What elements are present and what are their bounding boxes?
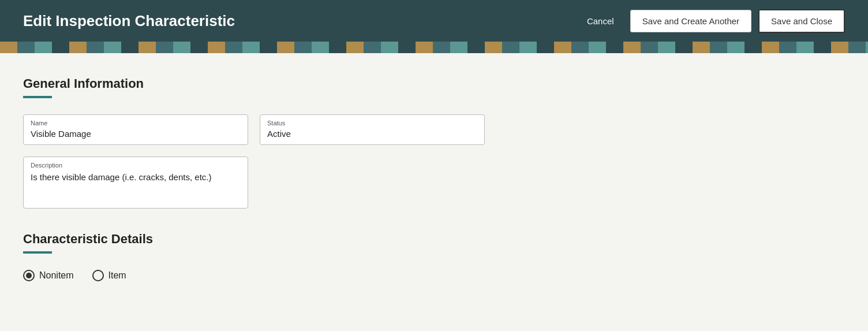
- characteristic-details-section: Characteristic Details Nonitem Item: [23, 232, 845, 281]
- radio-nonitem-inner: [26, 273, 32, 278]
- form-row-name-status: Name Visible Damage Status Active: [23, 114, 845, 145]
- radio-item-outer: [92, 270, 104, 281]
- description-label: Description: [31, 162, 241, 169]
- decorative-banner: [0, 42, 868, 53]
- general-information-section: General Information Name Visible Damage …: [23, 76, 845, 209]
- description-value: Is there visible damage (i.e. cracks, de…: [31, 171, 241, 184]
- name-field[interactable]: Name Visible Damage: [23, 114, 248, 145]
- radio-item-label: Item: [108, 270, 126, 281]
- description-field[interactable]: Description Is there visible damage (i.e…: [23, 157, 248, 209]
- page-header: Edit Inspection Characteristic Cancel Sa…: [0, 0, 868, 42]
- name-label: Name: [31, 120, 241, 127]
- main-content: General Information Name Visible Damage …: [0, 53, 868, 304]
- radio-nonitem-label: Nonitem: [39, 270, 74, 281]
- section-divider: [23, 96, 52, 98]
- header-actions: Cancel Save and Create Another Save and …: [578, 9, 845, 33]
- general-information-title: General Information: [23, 76, 845, 91]
- status-label: Status: [267, 120, 477, 127]
- status-value: Active: [267, 129, 477, 139]
- characteristic-details-title: Characteristic Details: [23, 232, 845, 247]
- banner-pattern: [0, 42, 868, 53]
- form-row-description: Description Is there visible damage (i.e…: [23, 157, 845, 209]
- page-title: Edit Inspection Characteristic: [23, 12, 235, 30]
- radio-group: Nonitem Item: [23, 270, 845, 281]
- save-close-button[interactable]: Save and Close: [758, 9, 845, 33]
- status-field[interactable]: Status Active: [260, 114, 485, 145]
- radio-nonitem-outer: [23, 270, 35, 281]
- save-create-another-button[interactable]: Save and Create Another: [630, 10, 751, 32]
- name-value: Visible Damage: [31, 129, 241, 139]
- radio-item[interactable]: Item: [92, 270, 126, 281]
- radio-nonitem[interactable]: Nonitem: [23, 270, 74, 281]
- cancel-button[interactable]: Cancel: [578, 12, 623, 31]
- characteristic-details-divider: [23, 251, 52, 254]
